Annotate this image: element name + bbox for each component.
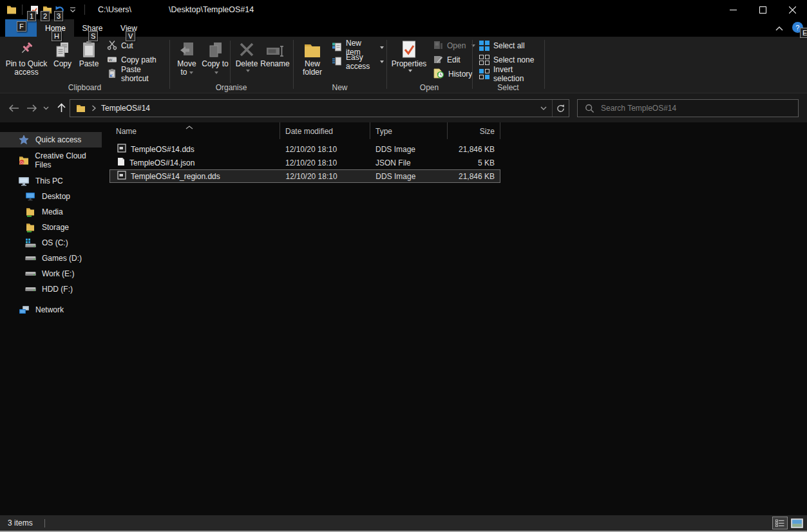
qat-customize-chevron-icon[interactable] bbox=[66, 3, 79, 17]
sidebar-item-os-c[interactable]: OS (C:) bbox=[0, 235, 102, 251]
back-button[interactable] bbox=[5, 99, 22, 117]
sidebar-item-storage[interactable]: Storage bbox=[0, 220, 102, 235]
folder-app-icon bbox=[6, 5, 17, 14]
file-type: DDS Image bbox=[370, 145, 448, 154]
properties-button[interactable]: Properties bbox=[390, 39, 428, 72]
shared-folder-icon bbox=[24, 223, 36, 233]
delete-button[interactable]: Delete bbox=[233, 39, 260, 72]
minimize-button[interactable] bbox=[718, 0, 748, 19]
os-drive-icon bbox=[24, 238, 36, 248]
star-icon bbox=[18, 135, 30, 145]
column-header-date-modified[interactable]: Date modified bbox=[280, 122, 370, 139]
file-type: JSON File bbox=[370, 158, 448, 167]
column-header-row: Name Date modified Type Size bbox=[109, 122, 500, 139]
sidebar-item-hdd-f[interactable]: HDD (F:) bbox=[0, 281, 102, 297]
statusbar-separator bbox=[44, 519, 45, 527]
dropdown-arrow-icon bbox=[380, 46, 384, 49]
paste-shortcut-button[interactable]: Paste shortcut bbox=[104, 67, 169, 81]
edit-pencil-icon bbox=[433, 54, 443, 66]
refresh-icon bbox=[556, 104, 565, 113]
thumbnails-view-icon bbox=[791, 518, 803, 528]
collapse-ribbon-button[interactable] bbox=[773, 23, 786, 34]
pushpin-icon bbox=[19, 39, 34, 58]
path-prefix: C:\Users\ bbox=[98, 5, 131, 14]
address-history-button[interactable] bbox=[535, 100, 552, 117]
file-row[interactable]: TempleOS#14.dds 12/10/20 18:10 DDS Image… bbox=[109, 142, 500, 156]
details-view-button[interactable] bbox=[772, 517, 788, 529]
file-name: TempleOS#14_region.dds bbox=[131, 172, 220, 181]
keytip-1: 1 bbox=[27, 11, 36, 21]
mini-divider bbox=[230, 41, 231, 83]
copy-to-button[interactable]: Copy to bbox=[202, 39, 229, 77]
copy-path-icon: W... bbox=[107, 54, 117, 66]
invert-selection-button[interactable]: Invert selection bbox=[477, 67, 544, 81]
up-button[interactable] bbox=[53, 99, 70, 117]
cut-button[interactable]: Cut bbox=[104, 39, 169, 53]
arrow-up-icon bbox=[57, 102, 66, 113]
close-button[interactable] bbox=[777, 0, 807, 19]
file-type: DDS Image bbox=[370, 172, 448, 181]
sidebar-item-media[interactable]: Media bbox=[0, 204, 102, 220]
file-row-selected[interactable]: TempleOS#14_region.dds 12/10/20 18:10 DD… bbox=[109, 169, 500, 183]
window-title-path: C:\Users\\Desktop\TempleOS#14 bbox=[98, 5, 254, 14]
new-item-icon bbox=[332, 42, 342, 54]
column-header-type[interactable]: Type bbox=[370, 122, 448, 139]
breadcrumb-folder[interactable]: TempleOS#14 bbox=[101, 104, 150, 113]
sidebar-item-desktop[interactable]: Desktop bbox=[0, 189, 102, 204]
sidebar-item-network[interactable]: Network bbox=[0, 302, 102, 318]
refresh-button[interactable] bbox=[552, 100, 569, 117]
select-all-icon bbox=[479, 41, 489, 51]
copy-button[interactable]: Copy bbox=[50, 39, 75, 68]
arrow-right-icon bbox=[26, 104, 38, 113]
file-date-modified: 12/10/20 18:10 bbox=[281, 172, 371, 181]
edit-button[interactable]: Edit bbox=[430, 53, 478, 67]
address-bar[interactable]: TempleOS#14 bbox=[70, 99, 569, 117]
file-row[interactable]: TempleOS#14.json 12/10/20 18:10 JSON Fil… bbox=[109, 156, 500, 169]
group-label-open: Open bbox=[386, 83, 472, 92]
maximize-button[interactable] bbox=[748, 0, 777, 19]
new-folder-icon bbox=[303, 39, 321, 58]
sidebar-item-creative-cloud-files[interactable]: Cc Creative Cloud Files bbox=[0, 153, 102, 168]
sidebar-item-this-pc[interactable]: This PC bbox=[0, 173, 102, 189]
sidebar-item-work-e[interactable]: Work (E:) bbox=[0, 266, 102, 281]
move-to-button[interactable]: Move to bbox=[173, 39, 200, 77]
select-all-button[interactable]: Select all bbox=[477, 39, 544, 53]
path-suffix: \Desktop\TempleOS#14 bbox=[169, 5, 254, 14]
svg-text:Cc: Cc bbox=[20, 161, 24, 164]
dropdown-arrow-icon bbox=[408, 70, 412, 72]
pin-to-quick-access-button[interactable]: Pin to Quick access bbox=[3, 39, 50, 77]
dds-image-file-icon bbox=[117, 171, 126, 182]
arrow-left-icon bbox=[8, 104, 20, 113]
column-header-size[interactable]: Size bbox=[448, 122, 500, 139]
rename-button[interactable]: Rename bbox=[259, 39, 291, 68]
file-explorer-window: C:\Users\\Desktop\TempleOS#14 Home Share… bbox=[0, 0, 807, 532]
drive-icon bbox=[24, 270, 36, 278]
paste-button[interactable]: Paste bbox=[75, 39, 102, 68]
new-folder-button[interactable]: New folder bbox=[298, 39, 327, 77]
easy-access-button[interactable]: Easy access bbox=[329, 55, 386, 69]
search-input[interactable] bbox=[601, 104, 798, 113]
chevron-up-icon bbox=[775, 26, 783, 31]
navigation-pane: Quick access Cc Creative Cloud Files Thi… bbox=[0, 132, 102, 318]
ribbon-tab-row: Home Share View bbox=[0, 19, 807, 37]
titlebar-separator bbox=[22, 5, 23, 15]
copy-to-icon bbox=[207, 39, 223, 58]
group-label-organise: Organise bbox=[169, 83, 293, 92]
sidebar-item-games-d[interactable]: Games (D:) bbox=[0, 251, 102, 266]
file-date-modified: 12/10/20 18:10 bbox=[280, 145, 370, 154]
file-size: 21,846 KB bbox=[448, 145, 500, 154]
column-header-name[interactable]: Name bbox=[109, 122, 280, 139]
ribbon-group-open: Properties Open Edit bbox=[386, 37, 472, 93]
sidebar-item-quick-access[interactable]: Quick access bbox=[0, 132, 102, 147]
thumbnails-view-button[interactable] bbox=[789, 517, 804, 529]
delete-x-icon bbox=[238, 39, 255, 58]
keytip-view: V bbox=[126, 31, 135, 41]
shared-folder-icon bbox=[24, 207, 36, 217]
open-button[interactable]: Open bbox=[430, 39, 478, 53]
forward-button[interactable] bbox=[23, 99, 40, 117]
desktop-monitor-icon bbox=[24, 192, 36, 201]
select-none-icon bbox=[479, 55, 489, 65]
breadcrumb-chevron-icon[interactable] bbox=[91, 100, 96, 117]
history-button[interactable]: History bbox=[430, 67, 478, 81]
recent-locations-button[interactable] bbox=[39, 99, 52, 117]
